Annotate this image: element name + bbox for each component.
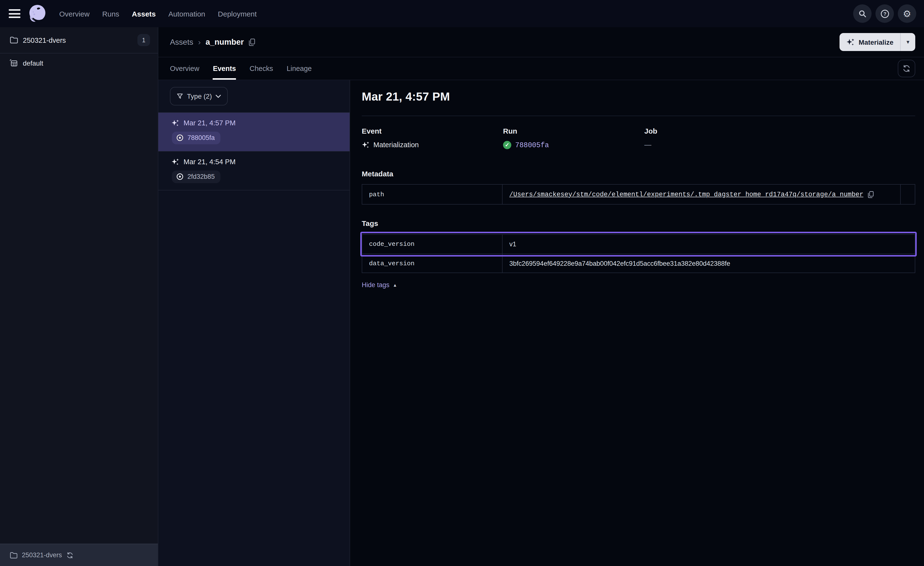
tags-table: code_version v1 data_version 3bfc269594e… xyxy=(362,234,915,273)
sidebar-item-250321-dvers[interactable]: 250321-dvers 1 xyxy=(0,27,158,53)
metadata-action-cell xyxy=(900,185,915,204)
event-type-value: Materialization xyxy=(374,141,419,149)
metadata-key: path xyxy=(362,185,502,204)
tab-lineage[interactable]: Lineage xyxy=(287,57,312,80)
event-list: Mar 21, 4:57 PM 788005fa Mar 21, 4:54 PM xyxy=(158,112,350,190)
event-detail-title: Mar 21, 4:57 PM xyxy=(362,90,915,104)
event-summary-columns: Event Materialization Run ✓ 788005fa xyxy=(362,127,915,149)
events-list-panel: Type (2) Mar 21, 4:57 PM 7 xyxy=(158,80,350,566)
gear-icon: ⚙ xyxy=(903,9,911,18)
nav-item-automation[interactable]: Automation xyxy=(168,9,206,18)
nav-actions: ? ⚙ xyxy=(853,5,916,23)
event-list-item[interactable]: Mar 21, 4:54 PM 2fd32b85 xyxy=(158,152,350,190)
asset-count-badge: 1 xyxy=(137,34,150,46)
asset-group-grid-icon xyxy=(10,59,18,67)
run-id-text: 2fd32b85 xyxy=(188,173,215,180)
refresh-icon xyxy=(903,65,910,72)
tag-key: code_version xyxy=(362,235,502,254)
nav-item-overview[interactable]: Overview xyxy=(59,9,90,18)
materialize-dropdown-button[interactable]: ▼ xyxy=(901,33,915,51)
help-button[interactable]: ? xyxy=(876,5,894,23)
run-id-chip[interactable]: 2fd32b85 xyxy=(172,170,220,183)
nav-item-runs[interactable]: Runs xyxy=(102,9,119,18)
filter-funnel-icon xyxy=(177,93,183,99)
tab-checks[interactable]: Checks xyxy=(250,57,273,80)
event-column-label: Event xyxy=(362,127,503,135)
folder-icon xyxy=(10,552,18,558)
page-title: a_number xyxy=(206,38,244,47)
breadcrumb: Assets › a_number xyxy=(170,38,255,47)
type-filter-dropdown[interactable]: Type (2) xyxy=(170,87,228,105)
materialization-sparkles-icon xyxy=(171,158,179,166)
divider xyxy=(362,116,915,116)
sidebar-item-default[interactable]: default xyxy=(0,53,158,73)
sparkles-icon xyxy=(846,38,855,46)
metadata-table: path /Users/smackesey/stm/code/elementl/… xyxy=(362,184,915,205)
copy-path-button[interactable] xyxy=(868,191,874,198)
run-id-text: 788005fa xyxy=(188,134,215,142)
tag-key: data_version xyxy=(362,254,502,272)
code-location-footer[interactable]: 250321-dvers xyxy=(0,543,158,566)
event-list-item[interactable]: Mar 21, 4:57 PM 788005fa xyxy=(158,113,350,152)
event-detail-panel: Mar 21, 4:57 PM Event Materialization Ru… xyxy=(350,80,924,566)
settings-button[interactable]: ⚙ xyxy=(898,5,916,23)
nav-item-assets[interactable]: Assets xyxy=(132,9,156,18)
tag-row-code-version: code_version v1 xyxy=(362,235,915,254)
dagster-logo-icon[interactable] xyxy=(27,3,48,24)
copy-icon xyxy=(868,191,874,198)
hide-tags-label: Hide tags xyxy=(362,281,389,289)
tag-value: v1 xyxy=(502,235,915,254)
breadcrumb-assets-link[interactable]: Assets xyxy=(170,38,193,47)
reload-icon xyxy=(66,552,73,558)
menu-icon[interactable] xyxy=(9,9,20,18)
caret-down-icon: ▼ xyxy=(906,39,910,45)
code-location-label: 250321-dvers xyxy=(22,551,62,559)
tags-section: Tags code_version v1 data_version 3bfc26… xyxy=(362,219,915,289)
sidebar-spacer xyxy=(0,73,158,543)
run-column-label: Run xyxy=(503,127,644,135)
run-id-chip[interactable]: 788005fa xyxy=(172,132,220,144)
hide-tags-toggle[interactable]: Hide tags ▲ xyxy=(362,281,397,289)
tab-events[interactable]: Events xyxy=(213,57,236,80)
nav-item-deployment[interactable]: Deployment xyxy=(218,9,256,18)
dagster-app: Overview Runs Assets Automation Deployme… xyxy=(0,0,924,566)
asset-groups-sidebar: 250321-dvers 1 default 250321-dvers xyxy=(0,27,158,566)
primary-nav: Overview Runs Assets Automation Deployme… xyxy=(59,9,256,18)
job-value: — xyxy=(644,141,651,149)
materialization-sparkles-icon xyxy=(171,119,179,127)
job-column-label: Job xyxy=(644,127,786,135)
materialization-sparkles-icon xyxy=(362,141,369,149)
metadata-path-link[interactable]: /Users/smackesey/stm/code/elementl/exper… xyxy=(509,191,863,198)
search-icon xyxy=(858,9,867,18)
help-icon: ? xyxy=(880,9,889,18)
materialize-button-main[interactable]: Materialize xyxy=(840,33,900,51)
sidebar-item-label: default xyxy=(23,59,43,67)
refresh-button[interactable] xyxy=(898,60,915,77)
copy-icon xyxy=(249,38,255,46)
tab-overview[interactable]: Overview xyxy=(170,57,200,80)
metadata-heading: Metadata xyxy=(362,170,915,178)
svg-text:?: ? xyxy=(883,11,886,16)
event-timestamp: Mar 21, 4:54 PM xyxy=(183,158,236,166)
tag-value: 3bfc269594ef649228e9a74bab00f042efc91d5a… xyxy=(502,254,915,272)
metadata-section: Metadata path /Users/smackesey/stm/code/… xyxy=(362,170,915,205)
breadcrumb-separator: › xyxy=(198,38,201,47)
page-header: Assets › a_number Materialize ▼ xyxy=(158,27,924,57)
asset-tabs: Overview Events Checks Lineage xyxy=(158,57,924,80)
run-link[interactable]: 788005fa xyxy=(515,141,549,149)
run-success-icon: ✓ xyxy=(503,141,511,149)
materialize-button[interactable]: Materialize ▼ xyxy=(840,33,915,51)
sidebar-group-label: 250321-dvers xyxy=(23,36,132,44)
search-button[interactable] xyxy=(853,5,872,23)
type-filter-label: Type (2) xyxy=(187,92,212,100)
tag-row-data-version: data_version 3bfc269594ef649228e9a74bab0… xyxy=(362,254,915,272)
folder-icon xyxy=(10,36,18,44)
run-target-icon xyxy=(176,134,183,142)
caret-up-icon: ▲ xyxy=(393,283,397,288)
event-timestamp: Mar 21, 4:57 PM xyxy=(183,119,236,127)
run-target-icon xyxy=(176,173,183,180)
copy-asset-name-button[interactable] xyxy=(249,38,255,46)
chevron-down-icon xyxy=(216,95,221,98)
materialize-label: Materialize xyxy=(859,38,893,46)
asset-detail-page: Assets › a_number Materialize ▼ xyxy=(158,27,924,566)
